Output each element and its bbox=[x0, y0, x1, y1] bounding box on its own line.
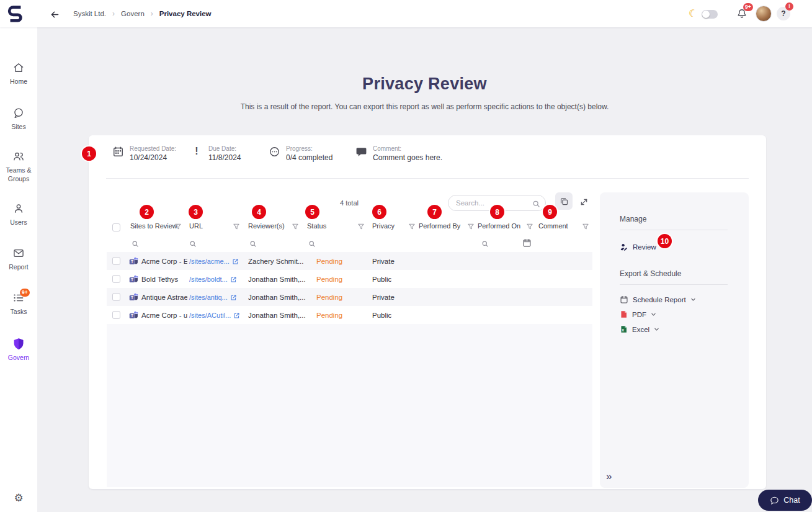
top-bar: Syskit Ltd. › Govern › Privacy Review ☾ … bbox=[0, 0, 812, 27]
govern-shield-icon bbox=[12, 337, 25, 353]
filter-funnel-icon[interactable] bbox=[292, 223, 299, 230]
schedule-report-action[interactable]: Schedule Report bbox=[620, 294, 728, 305]
row-checkbox[interactable] bbox=[112, 275, 120, 283]
sidebar-item-label: Govern bbox=[0, 354, 37, 362]
sidebar-item-report[interactable]: Report bbox=[0, 248, 37, 272]
progress-label: Progress: bbox=[286, 145, 332, 152]
expand-table-button[interactable] bbox=[577, 195, 591, 209]
sidebar-item-users[interactable]: Users bbox=[0, 203, 37, 227]
external-link-icon bbox=[230, 294, 237, 301]
sidebar-item-teams-groups[interactable]: Teams & Groups bbox=[0, 151, 37, 183]
column-header-sites[interactable]: Sites to Review bbox=[130, 222, 177, 230]
chevron-down-icon[interactable] bbox=[651, 312, 656, 317]
site-url-link[interactable]: /sites/antiq... bbox=[189, 294, 246, 301]
tasks-count-badge: 9+ bbox=[20, 289, 30, 297]
breadcrumb: Syskit Ltd. › Govern › Privacy Review bbox=[73, 0, 212, 27]
column-header-url[interactable]: URL bbox=[189, 222, 203, 230]
pdf-label: PDF bbox=[632, 311, 646, 318]
breadcrumb-item-company[interactable]: Syskit Ltd. bbox=[73, 10, 106, 17]
privacy-value: Public bbox=[372, 312, 391, 319]
column-header-performed-on[interactable]: Performed On bbox=[478, 222, 520, 230]
breadcrumb-item-govern[interactable]: Govern bbox=[121, 10, 145, 17]
reviewers: Jonathan Smith,... bbox=[248, 276, 309, 283]
filter-funnel-icon[interactable] bbox=[357, 223, 365, 230]
chevron-down-icon[interactable] bbox=[690, 297, 696, 302]
table-row[interactable]: T Bold Tethys /sites/boldt... Jonathan S… bbox=[107, 270, 592, 288]
collapse-panel-icon[interactable]: » bbox=[606, 470, 612, 483]
schedule-report-label: Schedule Report bbox=[633, 296, 686, 303]
annotation-marker-6: 6 bbox=[372, 205, 386, 219]
filter-funnel-icon[interactable] bbox=[582, 223, 589, 230]
select-all-checkbox[interactable] bbox=[112, 223, 120, 231]
total-count: 4 total bbox=[340, 199, 359, 207]
site-name: Acme Corp - ut bbox=[141, 312, 187, 319]
chevron-right-icon: › bbox=[112, 9, 115, 18]
table-row[interactable]: T Acme Corp - En /sites/acme... Zachery … bbox=[107, 252, 592, 270]
column-search-icon[interactable] bbox=[481, 240, 489, 248]
filter-funnel-icon[interactable] bbox=[174, 223, 182, 230]
teams-site-icon: T bbox=[129, 274, 138, 285]
requested-date-value: 10/24/2024 bbox=[130, 153, 176, 162]
users-icon bbox=[12, 202, 25, 217]
column-header-performed-by[interactable]: Performed By bbox=[419, 222, 460, 230]
reviewers: Zachery Schmit... bbox=[248, 258, 309, 265]
sidebar-item-label: Users bbox=[0, 218, 37, 227]
filter-funnel-icon[interactable] bbox=[408, 223, 416, 230]
site-url-link[interactable]: /sites/boldt... bbox=[189, 276, 246, 283]
row-checkbox[interactable] bbox=[112, 293, 120, 301]
chevron-down-icon[interactable] bbox=[654, 326, 659, 332]
sidebar-item-govern[interactable]: Govern bbox=[0, 338, 37, 362]
sidebar-item-home[interactable]: Home bbox=[0, 62, 37, 86]
column-header-reviewers[interactable]: Reviewer(s) bbox=[248, 222, 285, 230]
requested-date-label: Requested Date: bbox=[130, 145, 176, 152]
row-checkbox[interactable] bbox=[112, 257, 120, 265]
page-subtitle: This is a result of the report. You can … bbox=[37, 102, 812, 111]
sidebar-nav: Home Sites Teams & Groups Users Report bbox=[0, 27, 37, 512]
row-checkbox[interactable] bbox=[112, 311, 120, 319]
privacy-value: Private bbox=[372, 258, 395, 265]
column-search-icon[interactable] bbox=[132, 240, 139, 248]
date-filter-calendar-icon[interactable] bbox=[522, 238, 532, 250]
site-url-link[interactable]: /sites/ACutil... bbox=[189, 312, 246, 319]
settings-gear-icon[interactable]: ⚙ bbox=[0, 492, 37, 505]
chat-button[interactable]: Chat bbox=[758, 490, 812, 511]
progress-ellipsis-icon bbox=[268, 145, 280, 158]
column-search-icon[interactable] bbox=[308, 240, 316, 248]
column-header-status[interactable]: Status bbox=[307, 222, 326, 230]
report-icon bbox=[12, 247, 25, 262]
status-badge: Pending bbox=[316, 276, 342, 283]
table-row[interactable]: T Antique Astraei /sites/antiq... Jonath… bbox=[107, 288, 592, 306]
copy-table-button[interactable] bbox=[555, 192, 573, 210]
filter-funnel-icon[interactable] bbox=[467, 223, 475, 230]
schedule-calendar-icon bbox=[620, 295, 628, 304]
column-search-icon[interactable] bbox=[249, 240, 257, 248]
column-search-icon[interactable] bbox=[189, 240, 197, 248]
theme-toggle[interactable] bbox=[702, 10, 718, 19]
sidebar-item-label: Report bbox=[0, 263, 37, 272]
column-header-comment[interactable]: Comment bbox=[538, 222, 568, 230]
export-excel-action[interactable]: X Excel bbox=[620, 324, 728, 335]
export-pdf-action[interactable]: PDF bbox=[620, 309, 728, 320]
syskit-logo-icon[interactable] bbox=[6, 4, 25, 23]
annotation-marker-5: 5 bbox=[305, 205, 319, 219]
user-avatar[interactable] bbox=[756, 6, 772, 22]
review-action[interactable]: Review bbox=[620, 241, 728, 252]
sites-icon bbox=[12, 107, 25, 122]
review-table: 4 total Sites to Review URL Reviewer(s) … bbox=[107, 190, 592, 487]
annotation-marker-4: 4 bbox=[252, 205, 266, 219]
column-header-privacy[interactable]: Privacy bbox=[372, 222, 395, 230]
back-arrow-icon[interactable] bbox=[48, 8, 61, 20]
filter-funnel-icon[interactable] bbox=[526, 223, 533, 230]
filter-funnel-icon[interactable] bbox=[233, 223, 240, 230]
divider bbox=[620, 230, 728, 230]
sidebar-item-sites[interactable]: Sites bbox=[0, 107, 37, 132]
annotation-marker-10: 10 bbox=[658, 234, 672, 248]
table-row[interactable]: T Acme Corp - ut /sites/ACutil... Jonath… bbox=[107, 306, 592, 324]
annotation-marker-1: 1 bbox=[82, 146, 96, 161]
svg-text:T: T bbox=[131, 295, 133, 300]
table-empty-area bbox=[107, 324, 592, 487]
sidebar-item-tasks[interactable]: 9+ Tasks bbox=[0, 292, 37, 317]
sidebar-item-label: Sites bbox=[0, 123, 37, 132]
reviewers: Jonathan Smith,... bbox=[248, 312, 309, 319]
site-url-link[interactable]: /sites/acme... bbox=[189, 258, 246, 265]
